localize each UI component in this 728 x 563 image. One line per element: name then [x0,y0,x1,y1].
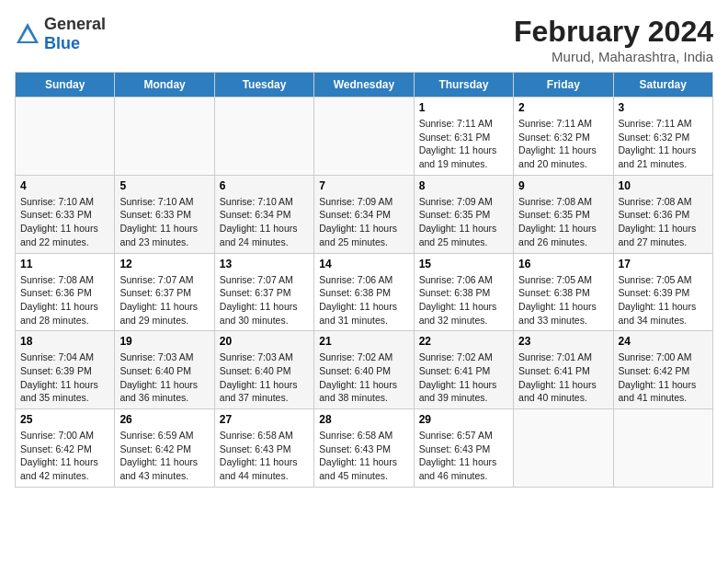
cell-day-number: 21 [319,335,408,348]
cell-day-number: 27 [220,413,309,426]
calendar-cell: 11Sunrise: 7:08 AM Sunset: 6:36 PM Dayli… [16,253,115,331]
cell-day-info: Sunrise: 6:57 AM Sunset: 6:43 PM Dayligh… [419,429,508,483]
calendar-cell: 12Sunrise: 7:07 AM Sunset: 6:37 PM Dayli… [115,253,214,331]
calendar-cell: 14Sunrise: 7:06 AM Sunset: 6:38 PM Dayli… [314,253,414,331]
calendar-cell [214,98,313,176]
cell-day-number: 20 [220,335,309,348]
subtitle: Murud, Maharashtra, India [514,49,713,64]
calendar-cell: 28Sunrise: 6:58 AM Sunset: 6:43 PM Dayli… [314,409,414,488]
calendar-header-day: Monday [115,73,214,98]
cell-day-info: Sunrise: 7:08 AM Sunset: 6:36 PM Dayligh… [619,195,708,249]
cell-day-number: 26 [119,413,209,426]
calendar-cell: 7Sunrise: 7:09 AM Sunset: 6:34 PM Daylig… [314,175,414,253]
calendar-cell: 21Sunrise: 7:02 AM Sunset: 6:40 PM Dayli… [314,331,414,409]
calendar-week-row: 4Sunrise: 7:10 AM Sunset: 6:33 PM Daylig… [16,175,713,253]
calendar-cell [514,409,613,488]
cell-day-info: Sunrise: 7:00 AM Sunset: 6:42 PM Dayligh… [619,350,708,405]
cell-day-number: 23 [518,335,608,348]
calendar-cell [613,409,712,488]
calendar-header-day: Wednesday [314,73,414,98]
calendar-cell: 22Sunrise: 7:02 AM Sunset: 6:41 PM Dayli… [414,331,513,409]
cell-day-info: Sunrise: 6:59 AM Sunset: 6:42 PM Dayligh… [119,429,209,483]
cell-day-info: Sunrise: 7:06 AM Sunset: 6:38 PM Dayligh… [419,273,508,327]
calendar-cell: 24Sunrise: 7:00 AM Sunset: 6:42 PM Dayli… [613,331,712,409]
logo-icon [15,21,40,47]
main-title: February 2024 [514,15,713,49]
cell-day-info: Sunrise: 7:10 AM Sunset: 6:33 PM Dayligh… [20,195,109,249]
logo: General Blue [15,15,106,53]
calendar-cell [16,98,115,176]
calendar-cell: 3Sunrise: 7:11 AM Sunset: 6:32 PM Daylig… [613,98,712,176]
cell-day-info: Sunrise: 7:08 AM Sunset: 6:35 PM Dayligh… [518,195,608,249]
calendar-week-row: 1Sunrise: 7:11 AM Sunset: 6:31 PM Daylig… [16,98,713,176]
calendar-header-row: SundayMondayTuesdayWednesdayThursdayFrid… [16,73,713,98]
cell-day-number: 11 [20,258,109,270]
cell-day-number: 7 [319,179,408,192]
cell-day-number: 5 [119,179,209,192]
cell-day-number: 12 [119,258,209,270]
cell-day-number: 17 [619,258,708,270]
calendar-cell [314,98,414,176]
cell-day-info: Sunrise: 6:58 AM Sunset: 6:43 PM Dayligh… [319,429,408,483]
cell-day-number: 19 [119,335,209,348]
cell-day-info: Sunrise: 7:11 AM Sunset: 6:31 PM Dayligh… [419,117,508,171]
calendar-cell: 20Sunrise: 7:03 AM Sunset: 6:40 PM Dayli… [214,331,313,409]
cell-day-info: Sunrise: 7:05 AM Sunset: 6:38 PM Dayligh… [518,273,608,327]
cell-day-number: 18 [20,335,109,348]
cell-day-number: 16 [518,258,608,270]
cell-day-info: Sunrise: 7:11 AM Sunset: 6:32 PM Dayligh… [619,117,708,171]
cell-day-number: 22 [419,335,508,348]
cell-day-number: 13 [220,258,309,270]
calendar-cell: 27Sunrise: 6:58 AM Sunset: 6:43 PM Dayli… [214,409,313,488]
calendar-header-day: Tuesday [214,73,313,98]
cell-day-info: Sunrise: 7:05 AM Sunset: 6:39 PM Dayligh… [619,273,708,327]
calendar-cell: 2Sunrise: 7:11 AM Sunset: 6:32 PM Daylig… [514,98,613,176]
calendar-cell: 5Sunrise: 7:10 AM Sunset: 6:33 PM Daylig… [115,175,214,253]
logo-text-blue: Blue [44,34,80,52]
cell-day-number: 3 [619,101,708,114]
calendar-week-row: 11Sunrise: 7:08 AM Sunset: 6:36 PM Dayli… [16,253,713,331]
calendar-body: 1Sunrise: 7:11 AM Sunset: 6:31 PM Daylig… [16,98,713,488]
logo-text-general: General [44,15,106,33]
calendar-header-day: Thursday [414,73,513,98]
cell-day-info: Sunrise: 7:10 AM Sunset: 6:34 PM Dayligh… [220,195,309,249]
cell-day-info: Sunrise: 7:00 AM Sunset: 6:42 PM Dayligh… [20,429,109,483]
header: General Blue February 2024 Murud, Mahara… [15,15,713,64]
calendar-cell: 16Sunrise: 7:05 AM Sunset: 6:38 PM Dayli… [514,253,613,331]
cell-day-info: Sunrise: 7:11 AM Sunset: 6:32 PM Dayligh… [518,117,608,171]
calendar-cell: 17Sunrise: 7:05 AM Sunset: 6:39 PM Dayli… [613,253,712,331]
calendar-cell: 9Sunrise: 7:08 AM Sunset: 6:35 PM Daylig… [514,175,613,253]
cell-day-info: Sunrise: 7:02 AM Sunset: 6:41 PM Dayligh… [419,350,508,405]
cell-day-info: Sunrise: 7:08 AM Sunset: 6:36 PM Dayligh… [20,273,109,327]
calendar-table: SundayMondayTuesdayWednesdayThursdayFrid… [15,72,713,488]
cell-day-number: 10 [619,179,708,192]
cell-day-info: Sunrise: 7:01 AM Sunset: 6:41 PM Dayligh… [518,350,608,405]
calendar-cell: 25Sunrise: 7:00 AM Sunset: 6:42 PM Dayli… [16,409,115,488]
cell-day-info: Sunrise: 7:09 AM Sunset: 6:35 PM Dayligh… [419,195,508,249]
cell-day-info: Sunrise: 7:02 AM Sunset: 6:40 PM Dayligh… [319,350,408,405]
calendar-cell [115,98,214,176]
cell-day-number: 6 [220,179,309,192]
cell-day-info: Sunrise: 7:04 AM Sunset: 6:39 PM Dayligh… [20,350,109,405]
cell-day-number: 25 [20,413,109,426]
calendar-cell: 26Sunrise: 6:59 AM Sunset: 6:42 PM Dayli… [115,409,214,488]
calendar-week-row: 25Sunrise: 7:00 AM Sunset: 6:42 PM Dayli… [16,409,713,488]
cell-day-number: 1 [419,101,508,114]
calendar-cell: 13Sunrise: 7:07 AM Sunset: 6:37 PM Dayli… [214,253,313,331]
calendar-cell: 15Sunrise: 7:06 AM Sunset: 6:38 PM Dayli… [414,253,513,331]
cell-day-number: 8 [419,179,508,192]
cell-day-info: Sunrise: 7:03 AM Sunset: 6:40 PM Dayligh… [119,350,209,405]
cell-day-number: 28 [319,413,408,426]
calendar-header-day: Friday [514,73,613,98]
calendar-cell: 29Sunrise: 6:57 AM Sunset: 6:43 PM Dayli… [414,409,513,488]
cell-day-number: 29 [419,413,508,426]
cell-day-info: Sunrise: 7:07 AM Sunset: 6:37 PM Dayligh… [119,273,209,327]
calendar-week-row: 18Sunrise: 7:04 AM Sunset: 6:39 PM Dayli… [16,331,713,409]
calendar-header-day: Sunday [16,73,115,98]
cell-day-number: 9 [518,179,608,192]
calendar-header-day: Saturday [613,73,712,98]
cell-day-number: 24 [619,335,708,348]
cell-day-info: Sunrise: 7:03 AM Sunset: 6:40 PM Dayligh… [220,350,309,405]
cell-day-info: Sunrise: 7:06 AM Sunset: 6:38 PM Dayligh… [319,273,408,327]
cell-day-number: 15 [419,258,508,270]
